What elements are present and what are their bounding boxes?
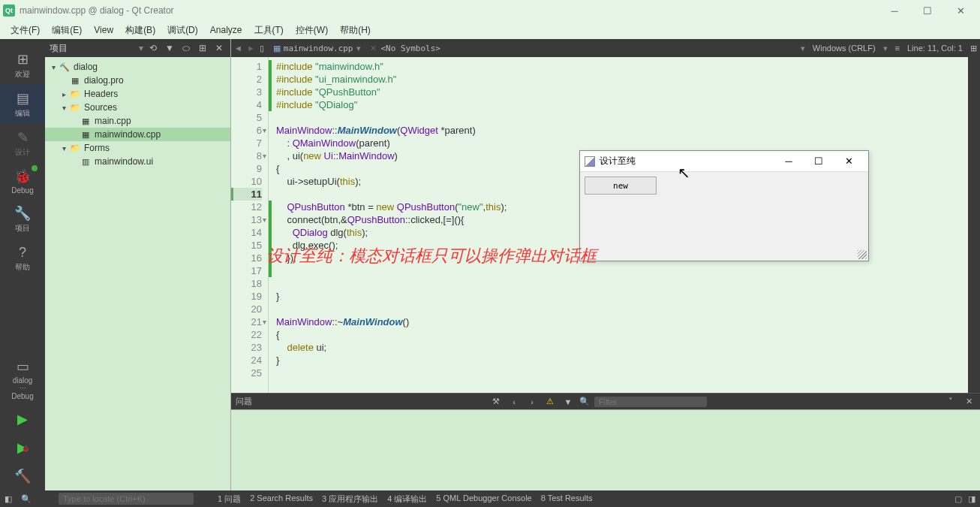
mode-debug[interactable]: 🐞Debug [0,162,45,199]
split-editor-icon[interactable]: ⊞ [970,44,977,53]
nav-fwd-icon[interactable]: ► [247,44,255,53]
menu-item[interactable]: 调试(D) [161,23,204,38]
tree-item[interactable]: ▸📁Headers [45,87,230,101]
symbols-dropdown[interactable]: <No Symbols> [381,44,440,53]
build-button[interactable]: 🔨 [0,462,45,490]
tree-item-label: main.cpp [95,116,131,126]
status-close-icon[interactable]: ▢ [954,494,962,504]
menu-item[interactable]: 帮助(H) [334,23,377,38]
menu-item[interactable]: 控件(W) [290,23,334,38]
filter-icon[interactable]: ▼ [163,41,176,55]
tree-item[interactable]: ▾📁Forms [45,141,230,155]
issues-filter-input[interactable] [594,397,707,407]
output-tab[interactable]: 3 应用程序输出 [322,493,378,505]
output-tab[interactable]: 1 问题 [218,493,241,505]
warning-icon[interactable]: ⚠ [543,397,557,406]
tree-item-label: dialog [74,62,98,72]
mode-edit[interactable]: ▤编辑 [0,84,45,123]
output-tab[interactable]: 2 Search Results [250,493,313,505]
dialog-app-icon [585,156,595,167]
dialog-title-text: 设计至纯 [600,155,636,167]
close-button[interactable]: ✕ [944,0,977,21]
folder-icon: 📁 [69,88,81,100]
tree-item[interactable]: ▥mainwindow.ui [45,155,230,168]
mode-projects[interactable]: 🔧项目 [0,199,45,238]
debug-run-button[interactable]: ▶🐞 [0,433,45,462]
folder-icon: 📁 [69,101,81,113]
build-issues-icon[interactable]: ⚒ [489,397,503,406]
tree-item[interactable]: ▦main.cpp [45,114,230,128]
runtime-dialog-window: 设计至纯 ─ ☐ ✕ new [579,150,869,261]
folder-icon: 📁 [69,142,81,154]
menu-item[interactable]: 工具(T) [248,23,290,38]
tree-item-label: Forms [84,143,110,153]
issues-min-icon[interactable]: ˅ [944,397,957,406]
pro-icon: ▦ [69,74,81,86]
hammer-icon: 🔨 [59,61,71,73]
tree-item[interactable]: ▾🔨dialog [45,60,230,74]
project-tree[interactable]: ▾🔨dialog▦dialog.pro▸📁Headers▾📁Sources▦ma… [45,57,230,171]
tree-item[interactable]: ▦mainwindow.cpp [45,128,230,141]
cpp-file-icon: ▦ [273,44,281,53]
tree-item-label: Sources [84,102,117,113]
issues-label: 问题 [236,396,252,407]
file-tab[interactable]: ▦ mainwindow.cpp ▾ [269,44,365,53]
mode-welcome[interactable]: ⊞欢迎 [0,45,45,84]
menu-item[interactable]: 文件(F) [5,23,46,38]
resize-grip-icon[interactable] [858,250,867,259]
annotation-text: 设计至纯：模态对话框只可以操作弹出对话框 [266,245,597,267]
ui-icon: ▥ [80,155,92,167]
window-title: mainwindow.cpp @ dialog - Qt Creator [20,5,174,16]
output-pane [231,409,980,490]
menu-item[interactable]: 编辑(E) [46,23,88,38]
menu-item[interactable]: Analyze [204,23,248,37]
mode-help[interactable]: ?帮助 [0,238,45,277]
scrollbar-v[interactable] [968,57,980,393]
output-tab[interactable]: 8 Test Results [541,493,593,505]
file-tab-label: mainwindow.cpp [284,44,353,53]
mode-selector: ⊞欢迎 ▤编辑 ✎设计 🐞Debug 🔧项目 ?帮助 ▭dialog⋯Debug… [0,39,45,490]
tree-item[interactable]: ▾📁Sources [45,101,230,114]
right-sidebar-toggle-icon[interactable]: ◨ [968,494,975,504]
dialog-new-button[interactable]: new [585,177,657,195]
tree-item-label: dialog.pro [84,75,124,86]
dialog-minimize-button[interactable]: ─ [774,155,804,167]
sidebar-toggle-icon[interactable]: ◧ [5,494,12,504]
output-tab[interactable]: 5 QML Debugger Console [436,493,531,505]
link-icon[interactable]: ⬭ [179,41,193,55]
cursor-position: Line: 11, Col: 1 [907,44,963,53]
dialog-close-button[interactable]: ✕ [834,155,864,167]
projects-pane: 项目 ▾ ⟲ ▼ ⬭ ⊞ ✕ ▾🔨dialog▦dialog.pro▸📁Head… [45,39,231,490]
tree-item-label: mainwindow.ui [95,156,153,167]
issues-close-icon[interactable]: ✕ [962,397,975,406]
filter-issues-icon[interactable]: ▼ [561,397,575,406]
editor-toolbar: ◄ ► ▯ ▦ mainwindow.cpp ▾ ✕ <No Symbols> … [231,39,980,57]
tree-item[interactable]: ▦dialog.pro [45,74,230,87]
cpp-icon: ▦ [80,115,92,127]
encoding-label[interactable]: Windows (CRLF) [813,44,876,53]
nav-back-icon[interactable]: ◄ [234,44,242,53]
bookmark-icon[interactable]: ▯ [260,44,264,53]
output-tab[interactable]: 4 编译输出 [387,493,427,505]
tree-item-label: Headers [84,89,118,99]
tree-item-label: mainwindow.cpp [95,129,161,140]
kit-selector[interactable]: ▭dialog⋯Debug [0,352,45,405]
titlebar: Qt mainwindow.cpp @ dialog - Qt Creator … [0,0,980,21]
locator-input[interactable] [59,493,194,505]
next-issue-icon[interactable]: › [525,397,539,406]
mode-design[interactable]: ✎设计 [0,123,45,162]
lines-icon[interactable]: ≡ [895,44,900,53]
sync-icon[interactable]: ⟲ [146,41,160,55]
minimize-button[interactable]: ─ [878,0,911,21]
dialog-maximize-button[interactable]: ☐ [804,155,834,167]
app-icon: Qt [3,5,15,17]
issues-toolbar: 问题 ⚒ ‹ › ⚠ ▼ 🔍 ˅ ✕ [231,393,980,409]
menu-item[interactable]: 构建(B) [119,23,161,38]
cpp-icon: ▦ [80,128,92,140]
split-icon[interactable]: ⊞ [196,41,209,55]
maximize-button[interactable]: ☐ [911,0,944,21]
prev-issue-icon[interactable]: ‹ [507,397,521,406]
close-pane-icon[interactable]: ✕ [212,41,226,55]
menu-item[interactable]: View [88,23,119,37]
run-button[interactable]: ▶ [0,405,45,433]
